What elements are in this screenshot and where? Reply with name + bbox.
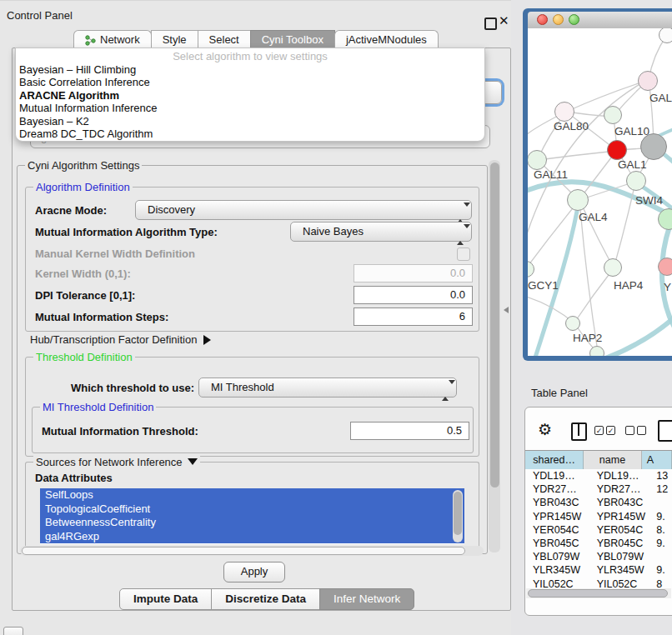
unchecked-checkbox-icon[interactable] bbox=[637, 426, 646, 435]
tab-discretize-data[interactable]: Discretize Data bbox=[211, 588, 320, 610]
which-threshold-select[interactable]: MI Threshold bbox=[198, 378, 457, 398]
table-row[interactable]: YLR345WYLR345W9. bbox=[525, 563, 672, 577]
table-cell: YDR27… bbox=[590, 482, 654, 496]
table-cell: YBL079W bbox=[525, 550, 590, 563]
apply-button[interactable]: Apply bbox=[223, 562, 285, 582]
data-attribute-option[interactable]: TopologicalCoefficient bbox=[40, 502, 464, 517]
algorithm-option[interactable]: Mutual Information Inference bbox=[16, 102, 484, 114]
network-node-red[interactable] bbox=[607, 140, 627, 160]
table-row[interactable]: YER054CYER054C8. bbox=[525, 523, 672, 537]
aracne-mode-select[interactable]: Discovery bbox=[135, 200, 472, 220]
checked-checkbox-icon[interactable]: ✓ bbox=[606, 426, 615, 435]
table-row[interactable]: YPR145WYPR145W9. bbox=[525, 510, 672, 523]
data-attributes-label: Data Attributes bbox=[35, 472, 113, 484]
bottom-left-partial-button[interactable] bbox=[3, 627, 23, 635]
network-node-gal4[interactable] bbox=[567, 189, 589, 211]
table-cell: 9. bbox=[654, 537, 672, 550]
network-node-salmon[interactable] bbox=[658, 258, 672, 276]
collapse-down-icon bbox=[188, 458, 198, 465]
table-row[interactable]: YBL079WYBL079W bbox=[525, 550, 672, 563]
algorithm-definition-legend: Algorithm Definition bbox=[33, 181, 133, 193]
tab-cyni-toolbox[interactable]: Cyni Toolbox bbox=[250, 30, 335, 49]
tab-cyni-toolbox-label: Cyni Toolbox bbox=[262, 31, 323, 49]
algorithm-option[interactable]: Basic Correlation Inference bbox=[16, 76, 484, 88]
tab-jactivemnodules[interactable]: jActiveMNodules bbox=[334, 30, 439, 49]
node-label-hap4: HAP4 bbox=[614, 279, 643, 292]
close-icon[interactable]: ✕ bbox=[499, 13, 509, 28]
table-cell: YDR27… bbox=[525, 482, 590, 496]
threshold-definition-legend: Threshold Definition bbox=[33, 351, 135, 363]
network-node-gal1[interactable] bbox=[626, 171, 646, 191]
table-cell: YBR045C bbox=[590, 537, 654, 550]
hub-definition-expander[interactable]: Hub/Transcription Factor Definition bbox=[30, 333, 211, 346]
dpi-tolerance-label: DPI Tolerance [0,1]: bbox=[35, 289, 135, 302]
tab-infer-network[interactable]: Infer Network bbox=[319, 588, 414, 610]
algorithm-option[interactable]: Bayesian – K2 bbox=[16, 115, 484, 128]
network-node-gal10[interactable] bbox=[604, 106, 622, 124]
document-icon[interactable] bbox=[658, 420, 672, 442]
zoom-traffic-light-icon[interactable] bbox=[569, 14, 579, 25]
table-cell: YDL19… bbox=[590, 469, 654, 482]
table-row[interactable]: YBR045CYBR045C9. bbox=[525, 537, 672, 550]
table-cell: YPR145W bbox=[590, 510, 654, 523]
attributes-scrollbar[interactable] bbox=[453, 490, 463, 542]
algorithm-option[interactable]: Dream8 DC_TDC Algorithm bbox=[16, 128, 484, 140]
network-node[interactable] bbox=[638, 71, 658, 91]
sources-legend[interactable]: Sources for Network Inference bbox=[33, 456, 200, 468]
column-header-shared[interactable]: shared… bbox=[525, 451, 584, 470]
data-attribute-option[interactable]: gal4RGexp bbox=[40, 530, 464, 544]
tab-infer-network-label: Infer Network bbox=[333, 592, 400, 605]
table-panel-title: Table Panel bbox=[531, 387, 588, 399]
column-header-name[interactable]: name bbox=[584, 451, 641, 470]
table-cell: YIL052C bbox=[525, 578, 590, 589]
table-cell: YBR043C bbox=[590, 496, 654, 509]
table-hscrollbar-thumb[interactable] bbox=[528, 589, 668, 598]
network-node-hap4[interactable] bbox=[604, 258, 622, 277]
dpi-tolerance-field[interactable]: 0.0 bbox=[354, 286, 473, 304]
tab-select[interactable]: Select bbox=[198, 30, 251, 49]
table-row[interactable]: YBR043CYBR043C bbox=[525, 496, 672, 509]
network-node[interactable] bbox=[659, 28, 672, 43]
panel-resize-handle[interactable] bbox=[504, 307, 509, 313]
table-cell bbox=[654, 550, 672, 563]
unchecked-checkbox-icon[interactable] bbox=[625, 426, 634, 435]
mi-type-select[interactable]: Naive Bayes bbox=[290, 222, 472, 242]
node-label-gal4: GAL4 bbox=[579, 211, 608, 223]
column-header-partial[interactable]: A bbox=[642, 451, 672, 470]
table-cell: YBR045C bbox=[525, 537, 590, 550]
float-window-icon[interactable] bbox=[484, 18, 497, 30]
close-traffic-light-icon[interactable] bbox=[537, 14, 548, 25]
network-node-gal80[interactable] bbox=[554, 102, 574, 122]
kernel-width-field[interactable]: 0.0 bbox=[354, 264, 473, 282]
mi-steps-field[interactable]: 6 bbox=[354, 308, 473, 326]
minimize-traffic-light-icon[interactable] bbox=[553, 14, 564, 25]
gear-icon[interactable]: ⚙ bbox=[538, 420, 552, 439]
network-node[interactable] bbox=[589, 346, 604, 356]
algorithm-option[interactable]: Bayesian – Hill Climbing bbox=[16, 63, 484, 76]
settings-hscrollbar[interactable] bbox=[20, 546, 484, 556]
data-attribute-option[interactable]: BetweennessCentrality bbox=[40, 516, 464, 530]
tab-network[interactable]: Network bbox=[73, 30, 152, 49]
manual-kernel-checkbox[interactable] bbox=[457, 248, 470, 261]
settings-vscrollbar[interactable] bbox=[489, 160, 500, 552]
network-canvas[interactable]: GAL GAL80 GAL10 GAL1 GAL11 SWI4 GAL4 GCY… bbox=[528, 28, 672, 356]
tab-impute-data[interactable]: Impute Data bbox=[119, 588, 212, 610]
table-cell: YER054C bbox=[525, 523, 590, 537]
network-node-gal11[interactable] bbox=[528, 150, 547, 170]
checked-checkbox-icon[interactable]: ✓ bbox=[594, 426, 604, 435]
tab-impute-data-label: Impute Data bbox=[133, 592, 198, 605]
aracne-mode-value: Discovery bbox=[148, 203, 195, 216]
data-attribute-option[interactable]: SelfLoops bbox=[40, 488, 464, 502]
network-window-titlebar[interactable] bbox=[528, 12, 672, 29]
data-attributes-list[interactable]: SelfLoopsTopologicalCoefficientBetweenne… bbox=[40, 488, 464, 544]
columns-icon[interactable] bbox=[571, 422, 587, 441]
table-row[interactable]: YDL19…YDL19…13 bbox=[525, 469, 672, 482]
table-row[interactable]: YDR27…YDR27…12 bbox=[525, 482, 672, 496]
tab-style[interactable]: Style bbox=[151, 30, 198, 49]
network-node-hap2[interactable] bbox=[565, 316, 580, 331]
mi-threshold-field[interactable]: 0.5 bbox=[350, 422, 469, 440]
manual-kernel-label: Manual Kernel Width Definition bbox=[35, 248, 195, 260]
table-row[interactable]: YIL052CYIL052C8 bbox=[525, 578, 672, 589]
algorithm-option[interactable]: ARACNE Algorithm bbox=[16, 89, 484, 102]
which-threshold-value: MI Threshold bbox=[211, 381, 274, 393]
